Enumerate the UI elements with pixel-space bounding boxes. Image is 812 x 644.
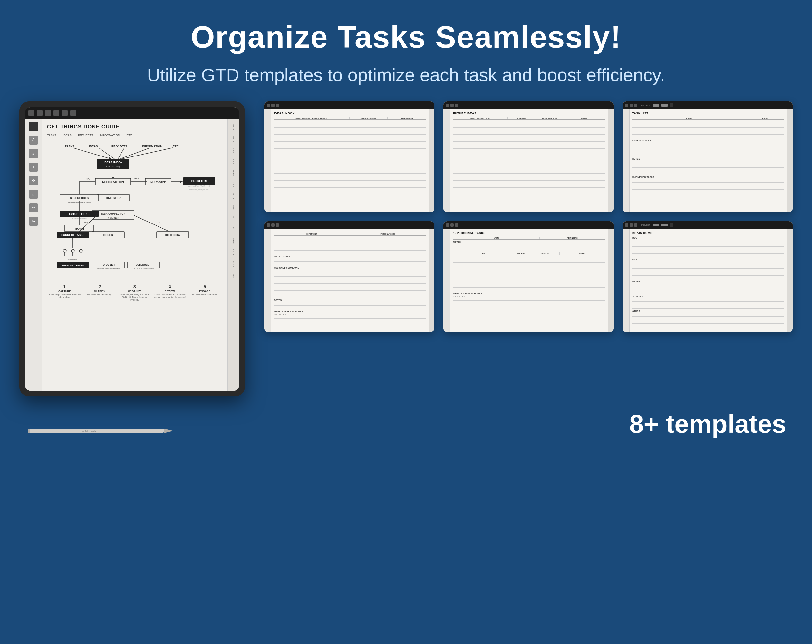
tag-icon — [53, 110, 59, 116]
grid-line — [274, 240, 426, 244]
template-future-ideas: FUTURE IDEAS IDEA / PROJECT / TASK CATEG… — [443, 101, 614, 212]
grid-line — [632, 161, 784, 164]
grid-line — [274, 291, 426, 294]
want-label: WANT — [632, 259, 784, 261]
svg-line-3 — [119, 148, 150, 159]
tablet-screen: ⌂ A ≡ ⌖ ✛ ⌕ ↩ ↪ GET THINGS DONE GUIDE TA… — [25, 107, 239, 391]
svg-text:TASK COMPLETION: TASK COMPLETION — [101, 213, 126, 215]
grid-line — [274, 163, 426, 166]
grid-line — [274, 236, 426, 240]
grid-line — [274, 177, 426, 181]
svg-text:INFORMATION: INFORMATION — [142, 145, 162, 148]
sidebar-link-icon[interactable]: ⌖ — [29, 163, 38, 172]
template-personal-tasks-detail: 1. PERSONAL TASKS NAME REMINDERS NOTES T… — [443, 221, 614, 332]
sidebar-move-icon[interactable]: ✛ — [29, 176, 38, 185]
template-body-3: TASK LIST TASKS DONE EMAILS & CALLS — [623, 109, 793, 212]
template-right-mini-1 — [429, 109, 434, 212]
project-badge-6 — [653, 224, 659, 226]
grid-line — [632, 120, 784, 124]
svg-text:MULTI-STEP: MULTI-STEP — [151, 181, 166, 184]
grid-line — [453, 244, 605, 247]
svg-marker-75 — [164, 429, 174, 433]
grid-line — [453, 128, 605, 131]
grid-line — [453, 184, 605, 188]
col-duedate-5: DUE DATE — [529, 252, 560, 255]
sidebar-search-icon[interactable]: ⌕ — [29, 190, 38, 199]
subr-badge-6 — [661, 224, 668, 226]
grid-line — [274, 280, 426, 284]
grid-line — [453, 284, 605, 288]
grid-line — [453, 247, 605, 251]
notes-label: NOTES — [632, 158, 784, 160]
sidebar-redo-icon[interactable]: ↪ — [29, 217, 38, 226]
month-feb: FEB — [232, 157, 235, 166]
col-decision: WL. DECISION — [388, 117, 426, 119]
grid-lines-4d — [274, 302, 426, 309]
grid-line — [274, 156, 426, 159]
nav-projects[interactable]: PROJECTS — [78, 134, 93, 137]
step-clarify: 2 CLARIFY Decide where they belong. — [82, 283, 117, 303]
grid-line — [632, 272, 784, 276]
grid-lines-6a — [632, 239, 784, 257]
col-actions: ACTIONS NEEDED — [350, 117, 388, 119]
diagram-svg: TASKS IDEAS PROJECTS INFORMATION ETC. ID… — [47, 142, 227, 270]
year-2023: 2023 — [232, 134, 235, 144]
grid-line — [274, 287, 426, 291]
nav-etc[interactable]: ETC. — [126, 134, 133, 137]
svg-text:To Do as Soon as Possible: To Do as Soon as Possible — [97, 268, 120, 269]
grid-lines-6b — [632, 262, 784, 279]
grid-lines-6d — [632, 298, 784, 309]
step-engage: 5 ENGAGE Do what needs to be done! — [187, 283, 222, 303]
template-title-1: IDEAS INBOX — [274, 112, 426, 115]
template-top-bar-1 — [264, 101, 434, 109]
template-right-mini-3 — [787, 109, 793, 212]
template-title-5: 1. PERSONAL TASKS — [453, 231, 605, 235]
template-title-6: BRAIN DUMP — [632, 231, 784, 235]
nav-ideas[interactable]: IDEAS — [63, 134, 72, 137]
tablet-right-bar: 2024 2023 JAN FEB MAR APR MAY JUN JUL AU… — [227, 119, 239, 391]
pen-svg: reMarkable — [26, 423, 180, 439]
grid-line — [274, 247, 426, 251]
grid-line — [453, 124, 605, 128]
grid-lines-5c — [453, 297, 605, 311]
grid-line — [274, 128, 426, 131]
svg-text:NEEDS ACTION: NEEDS ACTION — [102, 180, 124, 184]
svg-text:ONE STEP: ONE STEP — [106, 196, 121, 199]
nav-tasks[interactable]: TASKS — [47, 134, 56, 137]
weekly-5-label: WEEKLY TASKS / CHORES — [453, 292, 605, 295]
grid-line — [632, 317, 784, 320]
sidebar-menu-icon[interactable]: ≡ — [29, 149, 38, 158]
col-done: DONE — [746, 117, 785, 119]
subr-badge — [661, 104, 668, 107]
grid-lines-6e — [632, 313, 784, 324]
template-sidebar-mini-6 — [623, 229, 630, 332]
assigned-label: ASSIGNED / SOMEONE — [274, 266, 426, 269]
grid-line — [274, 152, 426, 156]
template-right-mini-5 — [608, 229, 614, 332]
step-review: 4 REVIEW A small daily review and a broa… — [152, 283, 187, 303]
notes-4-label: NOTES — [274, 299, 426, 301]
svg-text:SCHEDULE IT: SCHEDULE IT — [136, 263, 152, 266]
template-sidebar-mini-3 — [623, 109, 630, 212]
col-important: IMPORTANT — [274, 233, 350, 235]
col-tasks: TASKS — [632, 117, 746, 119]
svg-text:TASKS: TASKS — [65, 145, 75, 148]
grid-line — [632, 239, 784, 243]
grid-lines-4c — [274, 269, 426, 298]
sidebar-letter-icon[interactable]: A — [29, 135, 38, 145]
grid-line — [632, 291, 784, 294]
svg-text:Timeline, Budget, etc.: Timeline, Budget, etc. — [189, 188, 209, 191]
grid-lines-3c — [632, 161, 784, 175]
dot-4a — [267, 224, 270, 227]
dot-5c — [455, 224, 458, 227]
svg-text:Delegate: Delegate — [68, 259, 77, 261]
grid-line — [632, 305, 784, 309]
sidebar-home-icon[interactable]: ⌂ — [29, 122, 38, 131]
svg-text:CURRENT TASKS: CURRENT TASKS — [61, 233, 84, 237]
sidebar-undo-icon[interactable]: ↩ — [29, 203, 38, 212]
col-category: CATEGORY — [508, 117, 536, 119]
grid-line — [453, 120, 605, 124]
nav-information[interactable]: INFORMATION — [100, 134, 120, 137]
grid-lines-3d — [632, 179, 784, 190]
home-icon — [28, 110, 34, 116]
